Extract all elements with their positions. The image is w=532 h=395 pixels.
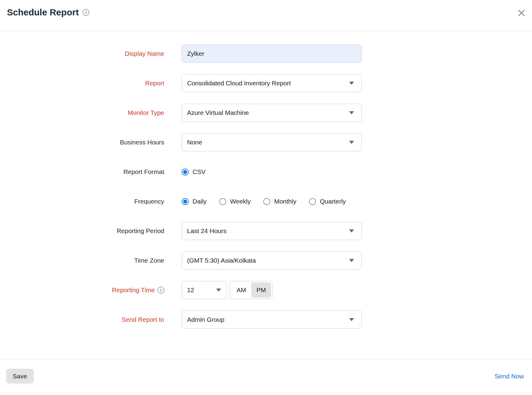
field-row-business-hours: Business Hours None	[0, 133, 532, 151]
field-row-report: Report Consolidated Cloud Inventory Repo…	[0, 74, 532, 92]
report-format-radio-group: CSV	[182, 168, 205, 175]
display-name-label: Display Name	[0, 50, 164, 57]
chevron-down-icon	[349, 318, 354, 321]
time-zone-label: Time Zone	[0, 257, 164, 264]
chevron-down-icon	[349, 111, 354, 114]
schedule-report-dialog: Schedule Report i Display Name Report	[0, 0, 532, 395]
time-zone-select[interactable]: (GMT 5:30) Asia/Kolkata	[182, 251, 362, 270]
monitor-type-select-value: Azure Virtual Machine	[187, 109, 349, 116]
chevron-down-icon	[349, 229, 354, 232]
reporting-period-select[interactable]: Last 24 Hours	[182, 222, 362, 240]
radio-selected-icon	[182, 198, 189, 205]
close-icon[interactable]	[517, 8, 526, 18]
radio-selected-icon	[182, 169, 189, 175]
report-format-label: Report Format	[0, 168, 164, 175]
field-row-time-zone: Time Zone (GMT 5:30) Asia/Kolkata	[0, 251, 532, 270]
report-select[interactable]: Consolidated Cloud Inventory Report	[182, 74, 362, 92]
dialog-footer: Save Send Now	[0, 359, 532, 395]
radio-unselected-icon	[263, 198, 270, 205]
frequency-label: Frequency	[0, 198, 164, 205]
chevron-down-icon	[216, 289, 221, 292]
page-title-text: Schedule Report	[7, 7, 79, 17]
field-row-send-report-to: Send Report to Admin Group	[0, 311, 532, 329]
meridiem-pm-button[interactable]: PM	[251, 283, 271, 298]
radio-option-csv[interactable]: CSV	[182, 168, 205, 175]
report-select-value: Consolidated Cloud Inventory Report	[187, 80, 349, 87]
page-title: Schedule Report i	[7, 7, 89, 17]
radio-unselected-icon	[219, 198, 226, 205]
reporting-time-label: Reporting Time i	[0, 286, 164, 294]
reporting-hour-select[interactable]: 12	[182, 281, 227, 299]
radio-option-weekly[interactable]: Weekly	[219, 198, 251, 205]
report-label: Report	[0, 80, 164, 87]
field-row-monitor-type: Monitor Type Azure Virtual Machine	[0, 104, 532, 122]
info-icon[interactable]: i	[83, 9, 89, 16]
schedule-report-form: Display Name Report Consolidated Cloud I…	[0, 31, 532, 359]
business-hours-label: Business Hours	[0, 139, 164, 146]
business-hours-select-value: None	[187, 139, 349, 146]
time-zone-select-value: (GMT 5:30) Asia/Kolkata	[187, 257, 349, 264]
radio-unselected-icon	[309, 198, 316, 205]
send-now-link[interactable]: Send Now	[495, 369, 524, 384]
meridiem-toggle: AM PM	[230, 281, 273, 299]
radio-option-quarterly[interactable]: Quarterly	[309, 198, 346, 205]
chevron-down-icon	[349, 82, 354, 85]
monitor-type-select[interactable]: Azure Virtual Machine	[182, 104, 362, 122]
dialog-header: Schedule Report i	[0, 0, 532, 31]
frequency-radio-group: Daily Weekly Monthly Quarterly	[182, 198, 346, 205]
field-row-reporting-period: Reporting Period Last 24 Hours	[0, 222, 532, 240]
meridiem-am-button[interactable]: AM	[231, 283, 251, 298]
info-icon[interactable]: i	[158, 287, 164, 293]
send-report-to-label: Send Report to	[0, 316, 164, 323]
reporting-period-select-value: Last 24 Hours	[187, 227, 349, 235]
field-row-report-format: Report Format CSV	[0, 163, 532, 181]
send-report-to-select[interactable]: Admin Group	[182, 311, 362, 329]
chevron-down-icon	[349, 141, 354, 144]
chevron-down-icon	[349, 259, 354, 262]
field-row-reporting-time: Reporting Time i 12 AM PM	[0, 281, 532, 299]
radio-option-daily[interactable]: Daily	[182, 198, 207, 205]
monitor-type-label: Monitor Type	[0, 109, 164, 116]
reporting-period-label: Reporting Period	[0, 227, 164, 235]
save-button[interactable]: Save	[6, 369, 34, 384]
close-x-glyph	[517, 9, 526, 17]
field-row-display-name: Display Name	[0, 45, 532, 63]
reporting-hour-value: 12	[187, 286, 216, 294]
business-hours-select[interactable]: None	[182, 133, 362, 151]
send-report-to-select-value: Admin Group	[187, 316, 349, 323]
radio-option-monthly[interactable]: Monthly	[263, 198, 296, 205]
display-name-input[interactable]	[182, 45, 362, 63]
field-row-frequency: Frequency Daily Weekly Monthly	[0, 192, 532, 210]
